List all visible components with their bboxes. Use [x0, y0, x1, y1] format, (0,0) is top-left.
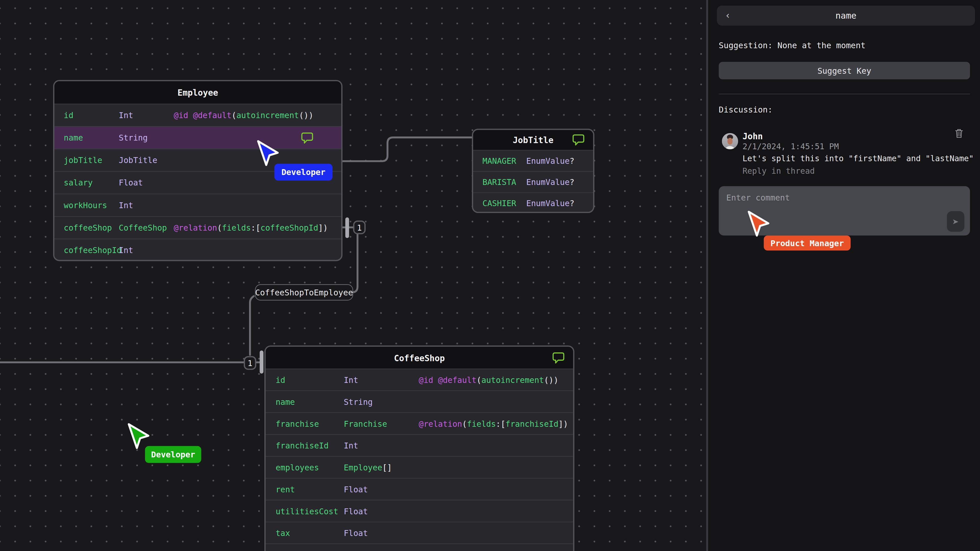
code-token: Franchise [344, 419, 387, 428]
table-row-CASHIER[interactable]: CASHIEREnumValue? [473, 192, 593, 213]
discussion-heading: Discussion: [719, 105, 773, 114]
table-row-employees[interactable]: employeesEmployee[] [266, 456, 573, 478]
code-token: Int [119, 110, 133, 120]
field-type: Int [344, 375, 419, 385]
table-row-tax[interactable]: taxFloat [266, 522, 573, 544]
table-row-empty[interactable] [266, 544, 573, 551]
code-token: Float [344, 507, 368, 516]
code-token: Employee [344, 462, 382, 472]
table-header-employee[interactable]: Employee [54, 81, 341, 103]
table-jobtitle[interactable]: JobTitleMANAGEREnumValue?BARISTAEnumValu… [472, 129, 594, 213]
comment-bubble-icon[interactable] [572, 134, 585, 146]
wire-label-to-coffeeshop [250, 296, 254, 355]
field-name: franchise [266, 419, 344, 428]
field-name: id [266, 375, 344, 385]
paper-plane-icon [952, 218, 959, 225]
field-type: String [119, 133, 174, 143]
table-row-coffeeShop[interactable]: coffeeShopCoffeeShop@relation(fields:[co… [54, 216, 341, 238]
table-coffeeshop[interactable]: CoffeeShopidInt@id @default(autoincremen… [264, 345, 574, 551]
wire-employee-to-label [351, 234, 358, 292]
table-row-id[interactable]: idInt@id @default(autoincrement()) [54, 104, 341, 126]
code-token: Float [344, 484, 368, 494]
code-token: ? [570, 156, 574, 165]
table-row-id[interactable]: idInt@id @default(autoincrement()) [266, 368, 573, 391]
code-token: EnumValue [526, 156, 570, 165]
code-token: coffeeShopId [261, 223, 318, 232]
trash-icon[interactable] [955, 129, 963, 141]
table-row-coffeeShopId[interactable]: coffeeShopIdInt [54, 239, 341, 261]
table-header-coffeeshop[interactable]: CoffeeShop [266, 347, 573, 368]
table-row-rent[interactable]: rentFloat [266, 478, 573, 500]
field-type: EnumValue? [526, 199, 574, 208]
comment-bubble-icon[interactable] [552, 352, 565, 364]
table-header-jobtitle[interactable]: JobTitle [473, 130, 593, 150]
table-row-BARISTA[interactable]: BARISTAEnumValue? [473, 171, 593, 192]
table-row-franchise[interactable]: franchiseFranchise@relation(fields:[fran… [266, 412, 573, 434]
table-row-name[interactable]: nameString [54, 126, 341, 149]
reply-in-thread-link[interactable]: Reply in thread [742, 166, 815, 176]
comment-timestamp: 2/1/2024, 1:45:51 PM [742, 142, 838, 151]
code-token: CoffeeShop [119, 223, 167, 232]
table-title: Employee [177, 87, 218, 97]
app-window: 1 1 CoffeeShopToEmployee EmployeeidInt@i… [0, 0, 980, 551]
canvas-sidebar-divider [706, 0, 708, 551]
code-token: ? [570, 178, 574, 187]
table-title: CoffeeShop [394, 353, 445, 362]
sidebar-header: ‹ name [717, 6, 975, 25]
code-token: :[ [251, 223, 261, 232]
code-token: String [119, 133, 148, 143]
comment-placeholder: Enter comment [726, 193, 790, 203]
table-row-utilitiesCost[interactable]: utilitiesCostFloat [266, 500, 573, 522]
code-token: fields [467, 419, 496, 428]
field-name: coffeeShopId [54, 245, 119, 255]
table-row-MANAGER[interactable]: MANAGEREnumValue? [473, 150, 593, 171]
code-token: EnumValue [526, 178, 570, 187]
schema-canvas[interactable]: 1 1 CoffeeShopToEmployee EmployeeidInt@i… [0, 0, 706, 551]
code-token: autoincrement [236, 110, 299, 120]
code-token: :[ [496, 419, 506, 428]
table-row-name[interactable]: nameString [266, 391, 573, 413]
field-type: EnumValue? [526, 178, 574, 187]
code-token: ()) [299, 110, 313, 120]
table-row-jobTitle[interactable]: jobTitleJobTitle [54, 149, 341, 171]
field-type: Float [344, 484, 419, 494]
discussion-sidebar: ‹ name Suggestion: None at the moment Su… [708, 0, 980, 551]
code-token: @id @default [419, 375, 476, 385]
relation-label[interactable]: CoffeeShopToEmployee [255, 284, 353, 300]
code-token: ]) [318, 223, 328, 232]
send-comment-button[interactable] [947, 211, 964, 232]
table-row-workHours[interactable]: workHoursInt [54, 194, 341, 216]
field-name: jobTitle [54, 156, 119, 165]
field-type: CoffeeShop [119, 223, 174, 232]
code-token: autoincrement [481, 375, 544, 385]
section-divider [719, 94, 970, 94]
field-attributes: @relation(fields:[coffeeShopId]) [174, 223, 328, 232]
table-employee[interactable]: EmployeeidInt@id @default(autoincrement(… [53, 80, 342, 261]
field-name: MANAGER [473, 156, 526, 165]
field-name: tax [266, 528, 344, 538]
comment-bubble-icon[interactable] [301, 132, 313, 144]
field-name: CASHIER [473, 199, 526, 208]
code-token: ( [231, 110, 236, 120]
field-type: EnumValue? [526, 156, 574, 165]
wire-employee-jobtitle [342, 138, 473, 161]
code-token: Float [119, 178, 143, 187]
field-type: Int [119, 200, 174, 210]
cardinality-badge-one-coffeeshop: 1 [244, 356, 256, 370]
comment-input[interactable]: Enter comment [719, 186, 970, 235]
field-attributes: @relation(fields:[franchiseId]) [419, 419, 568, 428]
field-attributes: @id @default(autoincrement()) [174, 110, 313, 120]
cardinality-bar-coffeeshop [260, 351, 264, 374]
code-token: ( [217, 223, 222, 232]
field-name: coffeeShop [54, 223, 119, 232]
table-row-salary[interactable]: salaryFloat [54, 171, 341, 194]
code-token: Int [344, 375, 358, 385]
code-token: franchiseId [506, 419, 558, 428]
cardinality-badge-one-employee: 1 [353, 221, 366, 234]
table-row-franchiseId[interactable]: franchiseIdInt [266, 434, 573, 456]
code-token: ? [570, 199, 574, 208]
field-name: utilitiesCost [266, 507, 344, 516]
suggest-key-button[interactable]: Suggest Key [719, 62, 970, 79]
code-token: String [344, 397, 372, 407]
code-token: ( [462, 419, 467, 428]
